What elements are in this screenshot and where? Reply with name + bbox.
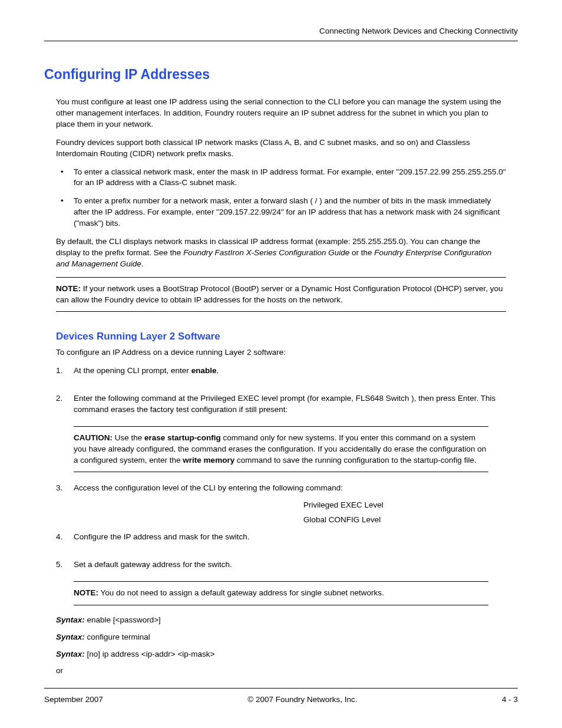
step-item: Enter the following command at the Privi… — [56, 393, 506, 416]
intro-p2: Foundry devices support both classical I… — [56, 137, 506, 160]
note-block: NOTE: You do not need to assign a defaul… — [74, 581, 488, 605]
step-item: At the opening CLI prompt, enter enable. — [56, 365, 506, 377]
note-label: NOTE: — [56, 284, 81, 293]
section-lead: To configure an IP Address on a device r… — [56, 347, 506, 358]
step-item: Set a default gateway address for the sw… — [56, 559, 506, 571]
text: At the opening CLI prompt, enter — [74, 366, 191, 375]
caution-label: CAUTION: — [74, 433, 113, 442]
syntax-line: Syntax: [no] ip address <ip-addr> <ip-ma… — [56, 649, 506, 660]
or-text: or — [56, 666, 506, 677]
bullet-list: To enter a classical network mask, enter… — [56, 167, 506, 229]
guide-ref: Foundry FastIron X-Series Configuration … — [183, 248, 349, 257]
syntax-text: [no] ip address <ip-addr> <ip-mask> — [85, 650, 215, 658]
intro-p1: You must configure at least one IP addre… — [56, 97, 506, 130]
text: or the — [349, 248, 374, 257]
syntax-label: Syntax: — [56, 650, 85, 658]
syntax-text: configure terminal — [85, 633, 150, 641]
bullet-item: To enter a classical network mask, enter… — [56, 167, 506, 189]
intro-p3: By default, the CLI displays network mas… — [56, 236, 506, 270]
level-label: Privileged EXEC Level — [303, 500, 506, 511]
note-block: NOTE: If your network uses a BootStrap P… — [56, 277, 506, 312]
caution-block: CAUTION: Use the erase startup-config co… — [74, 426, 488, 473]
steps-list: At the opening CLI prompt, enter enable.… — [56, 365, 506, 416]
page: Connecting Network Devices and Checking … — [0, 0, 562, 728]
text: . — [216, 366, 219, 375]
note-label: NOTE: — [74, 588, 98, 597]
command: erase startup-config — [144, 433, 221, 442]
note-text: You do not need to assign a default gate… — [101, 588, 384, 597]
text: Set a default gateway address for the sw… — [74, 560, 232, 569]
syntax-label: Syntax: — [56, 633, 85, 641]
running-head: Connecting Network Devices and Checking … — [44, 26, 518, 41]
steps-list-cont: Access the configuration level of the CL… — [56, 483, 506, 570]
level-label: Global CONFIG Level — [303, 515, 506, 526]
footer-date: September 2007 — [44, 694, 103, 706]
footer: September 2007 © 2007 Foundry Networks, … — [44, 688, 518, 706]
step-item: Configure the IP address and mask for th… — [56, 532, 506, 543]
syntax-label: Syntax: — [56, 615, 85, 624]
bullet-item: To enter a prefix number for a network m… — [56, 196, 506, 229]
text: Configure the IP address and mask for th… — [74, 532, 249, 541]
footer-page: 4 - 3 — [502, 694, 518, 706]
page-title: Configuring IP Addresses — [44, 65, 506, 84]
footer-copyright: © 2007 Foundry Networks, Inc. — [247, 694, 357, 706]
syntax-line: Syntax: configure terminal — [56, 632, 506, 643]
text: . — [141, 259, 144, 268]
text: command to save the running configuratio… — [234, 456, 476, 465]
syntax-text: enable [<password>] — [85, 615, 161, 624]
content: Configuring IP Addresses You must config… — [44, 65, 518, 677]
text: Enter the following command at the Privi… — [74, 394, 495, 414]
syntax-line: Syntax: enable [<password>] — [56, 615, 506, 626]
text: Use the — [115, 433, 144, 442]
step-item: Access the configuration level of the CL… — [56, 483, 506, 526]
note-text: If your network uses a BootStrap Protoco… — [56, 284, 503, 304]
intro-section: You must configure at least one IP addre… — [56, 97, 506, 270]
level-labels: Privileged EXEC Level Global CONFIG Leve… — [303, 500, 506, 526]
command: enable — [191, 366, 217, 375]
text: Access the configuration level of the CL… — [74, 483, 343, 492]
command: write memory — [183, 456, 234, 465]
section-heading: Devices Running Layer 2 Software — [56, 330, 506, 344]
